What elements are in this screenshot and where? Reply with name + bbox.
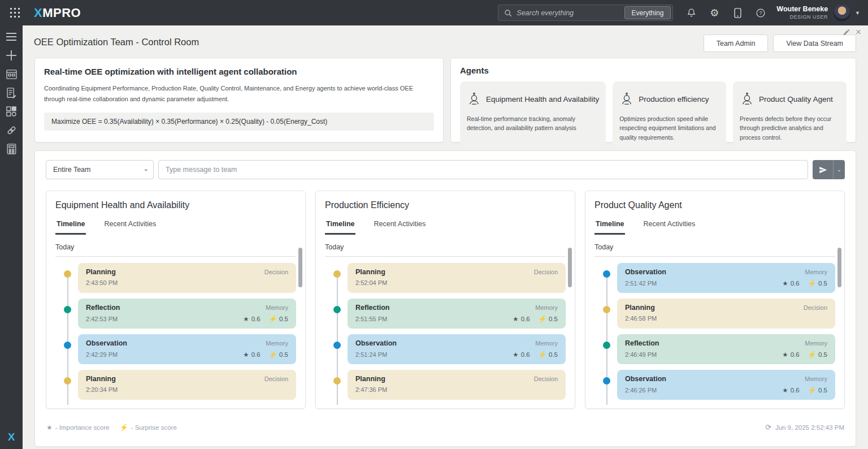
event-scores: ★ 0.6 ⚡ 0.5 xyxy=(782,351,827,359)
event-card[interactable]: Planning Decision 2:43:50 PM ★ ⚡ xyxy=(78,263,296,293)
xmpro-logo[interactable]: XMPRO xyxy=(34,6,81,20)
agent-tile[interactable]: Equipment Health and Availability Real-t… xyxy=(460,81,606,148)
tab-timeline[interactable]: Timeline xyxy=(594,220,625,235)
event-card[interactable]: Planning Decision 2:46:58 PM ★ ⚡ xyxy=(617,299,835,329)
blocks-icon[interactable] xyxy=(5,105,18,118)
link-icon[interactable] xyxy=(5,124,18,136)
event-card[interactable]: Observation Memory 2:51:24 PM ★ 0.6 ⚡ 0.… xyxy=(348,334,566,364)
event-scores: ★ 0.6 ⚡ 0.5 xyxy=(243,315,288,323)
event-card[interactable]: Planning Decision 2:20:34 PM ★ ⚡ xyxy=(78,370,296,400)
timeline-dot xyxy=(333,342,341,349)
bolt-icon: ⚡ xyxy=(539,315,546,323)
event-card[interactable]: Observation Memory 2:51:42 PM ★ 0.6 ⚡ 0.… xyxy=(617,263,835,293)
timeline-events: Planning Decision 2:43:50 PM ★ ⚡ Reflect… xyxy=(55,263,296,405)
tab-recent-activities[interactable]: Recent Activities xyxy=(372,220,427,235)
edit-pencil-icon[interactable] xyxy=(843,28,850,36)
event-category: Decision xyxy=(264,269,288,275)
event-type: Planning xyxy=(355,375,385,383)
top-bar: XMPRO Everything ⚙ ? Wouter Beneke DESIG… xyxy=(0,0,868,25)
agent-description: Real-time performance tracking, anomaly … xyxy=(467,114,599,133)
agent-tile[interactable]: Product Quality Agent Prevents defects b… xyxy=(733,81,847,148)
view-data-stream-button[interactable]: View Data Stream xyxy=(773,34,856,52)
event-card[interactable]: Observation Memory 2:42:29 PM ★ 0.6 ⚡ 0.… xyxy=(78,334,296,364)
agent-name: Production efficiency xyxy=(639,95,709,103)
importance-legend-label: - Importance score xyxy=(55,424,110,431)
tab-recent-activities[interactable]: Recent Activities xyxy=(642,220,696,235)
svg-text:?: ? xyxy=(760,10,762,16)
event-type: Observation xyxy=(625,375,666,383)
team-admin-button[interactable]: Team Admin xyxy=(704,34,769,52)
add-icon[interactable] xyxy=(5,49,18,62)
timeline-group-label: Today xyxy=(55,243,296,257)
timeline-events: Observation Memory 2:51:42 PM ★ 0.6 ⚡ 0.… xyxy=(594,263,835,405)
timeline-dot xyxy=(603,270,610,278)
timeline-dot xyxy=(333,377,341,385)
search-input[interactable] xyxy=(517,9,619,17)
agent-tile[interactable]: Production efficiency Optimizes producti… xyxy=(613,81,726,148)
tab-timeline[interactable]: Timeline xyxy=(325,220,355,235)
event-card[interactable]: Reflection Memory 2:51:55 PM ★ 0.6 ⚡ 0.5 xyxy=(348,299,566,329)
event-card[interactable]: Planning Decision 2:47:36 PM ★ ⚡ xyxy=(348,370,566,400)
left-sidebar: X xyxy=(0,25,23,449)
apps-grid-icon[interactable] xyxy=(8,6,21,20)
surprise-legend-label: - Surprise score xyxy=(131,424,177,431)
timeline-dot xyxy=(603,306,610,313)
refresh-icon[interactable]: ⟳ xyxy=(765,423,771,431)
agent-columns: Equipment Health and Availability Timeli… xyxy=(46,191,845,409)
recipient-select[interactable]: Entire Team xyxy=(46,160,154,179)
star-icon: ★ xyxy=(46,424,53,431)
close-icon[interactable]: × xyxy=(856,28,861,36)
column-scrollbar[interactable] xyxy=(298,248,302,287)
bolt-icon: ⚡ xyxy=(120,424,128,431)
agent-name: Product Quality Agent xyxy=(759,95,833,103)
tab-recent-activities[interactable]: Recent Activities xyxy=(103,220,157,235)
mobile-device-icon[interactable] xyxy=(732,7,743,19)
agent-column-title: Product Quality Agent xyxy=(594,200,835,210)
column-scrollbar[interactable] xyxy=(568,248,572,287)
event-scores: ★ 0.6 ⚡ 0.5 xyxy=(243,351,288,359)
user-menu[interactable]: Wouter Beneke DESIGN USER xyxy=(776,5,828,20)
avatar[interactable] xyxy=(834,5,850,21)
timeline-entry: Reflection Memory 2:51:55 PM ★ 0.6 ⚡ 0.5 xyxy=(325,299,566,329)
tab-timeline[interactable]: Timeline xyxy=(55,220,86,235)
bolt-icon: ⚡ xyxy=(269,315,277,323)
menu-icon[interactable] xyxy=(5,31,18,43)
timeline-entry: Planning Decision 2:20:34 PM ★ ⚡ xyxy=(55,370,296,400)
event-time: 2:43:50 PM xyxy=(86,279,118,286)
event-type: Reflection xyxy=(86,304,120,312)
agents-list: Equipment Health and Availability Real-t… xyxy=(460,81,847,148)
timeline-entry: Planning Decision 2:46:58 PM ★ ⚡ xyxy=(594,299,835,329)
bolt-icon: ⚡ xyxy=(808,386,816,394)
event-scores: ★ 0.6 ⚡ 0.5 xyxy=(782,386,827,394)
dashboard-icon[interactable] xyxy=(5,68,18,80)
form-icon[interactable] xyxy=(5,87,18,99)
timeline-entry: Observation Memory 2:51:42 PM ★ 0.6 ⚡ 0.… xyxy=(594,263,835,293)
robot-agent-icon xyxy=(467,92,481,106)
event-card[interactable]: Reflection Memory 2:42:53 PM ★ 0.6 ⚡ 0.5 xyxy=(78,299,296,329)
timeline-group-label: Today xyxy=(594,243,835,257)
last-updated[interactable]: ⟳ Jun 9, 2025 2:52:43 PM xyxy=(765,423,844,431)
calculator-icon[interactable] xyxy=(5,143,18,155)
event-card[interactable]: Reflection Memory 2:46:49 PM ★ 0.6 ⚡ 0.5 xyxy=(617,334,835,364)
message-input[interactable] xyxy=(158,160,808,179)
settings-gear-icon[interactable]: ⚙ xyxy=(709,7,720,19)
user-caret-icon[interactable]: ▼ xyxy=(855,10,860,16)
importance-score: 0.6 xyxy=(791,387,800,394)
timeline-group-label: Today xyxy=(325,243,566,257)
overview-card: Real-time OEE optimization with intellig… xyxy=(34,58,444,143)
event-type: Reflection xyxy=(625,339,659,347)
sidebar-x-logo[interactable]: X xyxy=(0,431,23,443)
send-options-caret[interactable]: ⌄ xyxy=(833,160,845,179)
column-tabs: Timeline Recent Activities xyxy=(325,220,566,235)
column-scrollbar[interactable] xyxy=(837,248,841,287)
importance-score: 0.6 xyxy=(251,316,261,322)
event-time: 2:20:34 PM xyxy=(86,386,118,393)
event-card[interactable]: Planning Decision 2:52:04 PM ★ ⚡ xyxy=(348,263,566,293)
notifications-bell-icon[interactable] xyxy=(685,7,697,19)
search-scope-button[interactable]: Everything xyxy=(624,6,671,19)
event-card[interactable]: Observation Memory 2:46:26 PM ★ 0.6 ⚡ 0.… xyxy=(617,370,835,400)
user-name: Wouter Beneke xyxy=(776,5,828,14)
send-button[interactable] xyxy=(813,160,833,179)
help-icon[interactable]: ? xyxy=(755,7,766,19)
event-type: Planning xyxy=(625,304,655,312)
